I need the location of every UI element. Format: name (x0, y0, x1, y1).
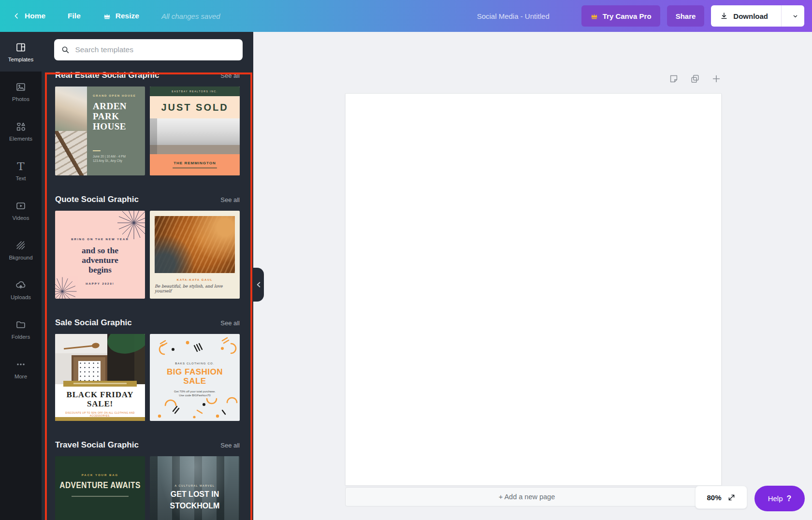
zoom-level[interactable]: 80% (707, 493, 721, 502)
template-thumbnail-stockholm[interactable]: A CULTURAL MARVEL GET LOST IN STOCKHOLM (150, 456, 240, 520)
section-title: Real Estate Social Graphic (55, 71, 159, 80)
videos-icon (15, 200, 27, 212)
sidebar-item-folders[interactable]: Folders (0, 309, 42, 349)
template-thumbnail-arden-park-house[interactable]: GRAND OPEN HOUSE ARDEN PARK HOUSE June 2… (55, 87, 145, 175)
travel-subtext-line (72, 496, 129, 497)
kata-label: KATA-KATA GAUL (177, 278, 213, 281)
sidebar-item-elements[interactable]: Elements (0, 111, 42, 151)
document-title[interactable]: Social Media - Untitled (477, 12, 550, 20)
hair-photo (155, 216, 235, 273)
panel-collapse-button[interactable] (253, 268, 264, 302)
download-button[interactable]: Download (711, 5, 777, 27)
download-label: Download (733, 12, 768, 20)
download-menu-button[interactable] (786, 5, 804, 27)
more-label: More (14, 374, 27, 379)
gold-strip (55, 417, 145, 421)
justsold-title: JUST SOLD (150, 96, 240, 118)
arden-kicker: GRAND OPEN HOUSE (93, 94, 141, 97)
fullscreen-icon[interactable] (727, 493, 736, 502)
ribbon-text-line (73, 383, 127, 384)
dandelion-illustration (112, 211, 145, 245)
add-new-page-button[interactable]: + Add a new page (345, 487, 709, 506)
black-friday-title: BLACK FRIDAY SALE! (55, 390, 145, 408)
add-page-icon-button[interactable] (711, 73, 722, 84)
resize-label: Resize (116, 12, 139, 20)
try-canva-pro-button[interactable]: Try Canva Pro (581, 5, 660, 27)
crown-gold-icon (590, 13, 598, 20)
section-title: Quote Social Graphic (55, 195, 139, 204)
sidebar-rail: Templates Photos Elements T Text Videos … (0, 32, 42, 520)
help-question-mark: ? (787, 494, 792, 503)
templates-icon (15, 42, 27, 53)
travel-title: ADVENTURE AWAITS (59, 480, 141, 491)
download-split-button: Download (711, 5, 804, 27)
elements-label: Elements (9, 136, 32, 142)
help-button[interactable]: Help ? (754, 486, 805, 511)
confetti-shapes (150, 334, 240, 421)
duplicate-page-button[interactable] (690, 73, 700, 84)
stockholm-kicker: A CULTURAL MARVEL (150, 484, 240, 487)
see-all-link[interactable]: See all (220, 442, 240, 449)
crown-icon (103, 13, 111, 20)
stockholm-line1: GET LOST IN (150, 490, 240, 499)
search-input[interactable] (75, 45, 236, 54)
section-quote: Quote Social Graphic See all BRIN (55, 195, 240, 299)
see-all-link[interactable]: See all (220, 196, 240, 203)
uploads-label: Uploads (11, 294, 31, 300)
elements-icon (15, 121, 27, 132)
see-all-link[interactable]: See all (220, 72, 240, 79)
template-thumbnail-kata-kata[interactable]: KATA-KATA GAUL Be beautiful, be stylish,… (150, 211, 240, 299)
zoom-control: 80% (695, 486, 747, 509)
sidebar-item-videos[interactable]: Videos (0, 190, 42, 230)
arden-photos (55, 87, 87, 175)
background-label: Bkground (9, 255, 32, 260)
template-thumbnail-adventure-begins[interactable]: BRING ON THE NEW YEAR and so the adventu… (55, 211, 145, 299)
design-page[interactable] (345, 93, 722, 486)
try-pro-label: Try Canva Pro (603, 12, 652, 20)
arden-text-block: GRAND OPEN HOUSE ARDEN PARK HOUSE June 2… (87, 87, 145, 175)
section-title: Sale Social Graphic (55, 318, 132, 328)
sidebar-item-photos[interactable]: Photos (0, 72, 42, 111)
file-menu[interactable]: File (68, 12, 81, 20)
quote-text: and so the adventure begins (70, 246, 130, 274)
justsold-property: THE REMMINGTON (174, 161, 216, 165)
sidebar-item-text[interactable]: T Text (0, 151, 42, 190)
page-actions (668, 73, 722, 84)
home-button[interactable]: Home (13, 12, 45, 20)
wooden-spoon (64, 345, 95, 350)
section-title: Travel Social Graphic (55, 440, 139, 450)
chevron-down-icon (792, 13, 799, 20)
templates-label: Templates (8, 57, 33, 62)
duplicate-icon (690, 73, 700, 84)
justsold-footer: THE REMMINGTON (150, 154, 240, 175)
sidebar-item-templates[interactable]: Templates (0, 32, 42, 72)
arden-divider (93, 150, 101, 151)
resize-button[interactable]: Resize (103, 12, 139, 20)
gold-ribbon (63, 381, 137, 387)
template-thumbnail-adventure-awaits[interactable]: PACK YOUR BAG ADVENTURE AWAITS (55, 456, 145, 520)
see-all-link[interactable]: See all (220, 319, 240, 327)
section-sale: Sale Social Graphic See all BLACK FRIDAY… (55, 318, 240, 421)
section-travel: Travel Social Graphic See all PACK YOUR … (55, 440, 240, 520)
share-label: Share (676, 12, 696, 20)
sidebar-item-background[interactable]: Bkground (0, 230, 42, 270)
download-icon (720, 12, 728, 20)
house-photo (55, 87, 87, 131)
photos-icon (15, 81, 27, 93)
home-label: Home (25, 12, 45, 20)
kitchen-photo (150, 118, 240, 154)
sidebar-item-uploads[interactable]: Uploads (0, 270, 42, 309)
more-icon (15, 359, 27, 370)
notes-icon (668, 73, 679, 84)
background-icon (15, 240, 27, 251)
page-notes-button[interactable] (668, 73, 679, 84)
folders-icon (15, 319, 27, 331)
stockholm-line2: STOCKHOLM (150, 502, 240, 510)
template-thumbnail-just-sold[interactable]: EASTBAY REALTORS INC. JUST SOLD THE REMM… (150, 87, 240, 175)
template-thumbnail-big-fashion-sale[interactable]: BAKS CLOTHING CO. BIG FASHION SALE Get 7… (150, 334, 240, 421)
text-icon: T (17, 160, 24, 172)
share-button[interactable]: Share (667, 5, 705, 27)
section-real-estate: Real Estate Social Graphic See all GRAND… (55, 71, 240, 175)
template-thumbnail-black-friday[interactable]: BLACK FRIDAY SALE! DISCOUNTS UP TO 50% O… (55, 334, 145, 421)
sidebar-item-more[interactable]: More (0, 349, 42, 389)
